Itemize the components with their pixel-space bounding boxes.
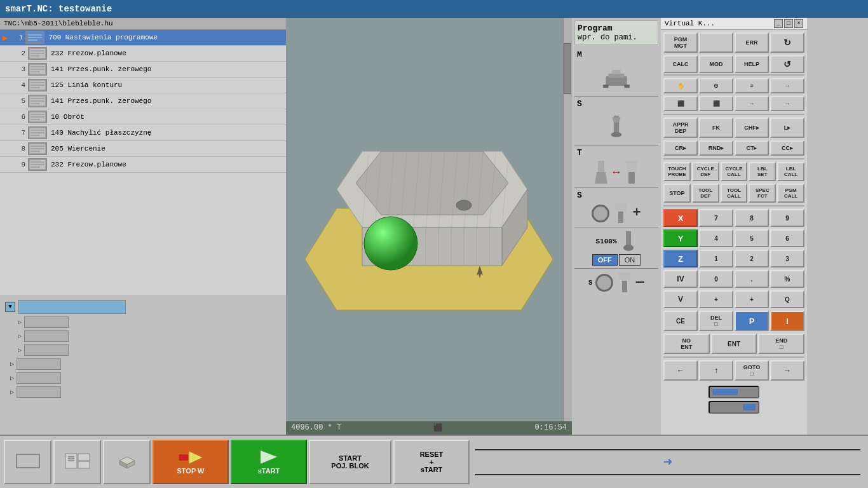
sub-box-6[interactable]	[17, 386, 61, 398]
toolbar-btn-1[interactable]	[4, 440, 51, 484]
list-key[interactable]: ≡	[735, 78, 769, 93]
vkeys-minimize[interactable]: _	[774, 19, 783, 28]
nav-up-key[interactable]: ↑	[699, 360, 733, 381]
program-list-item[interactable]: 5 141 Przes.punk. zerowego	[0, 93, 286, 109]
vkeys-restore[interactable]: □	[784, 19, 793, 28]
cr-key[interactable]: CR▸	[663, 140, 698, 156]
fk-key[interactable]: FK	[699, 118, 733, 138]
sub-box-3[interactable]	[24, 344, 69, 356]
sub-arrow-5: ▷	[10, 374, 14, 382]
err-key[interactable]: ERR	[735, 32, 769, 53]
i-key[interactable]: I	[770, 311, 804, 331]
jstick-2[interactable]	[709, 401, 759, 414]
tool-def-key[interactable]: TOOLDEF	[692, 184, 719, 203]
goto-key[interactable]: GOTO□	[735, 360, 769, 381]
vkeys-num-row5: V + + Q	[661, 289, 807, 309]
cc-key[interactable]: CC▸	[770, 140, 804, 156]
program-list-item[interactable]: 9 232 Frezow.planowe	[0, 157, 286, 173]
num6-key[interactable]: 6	[770, 229, 804, 247]
spec-fct-key[interactable]: SPECFCT	[749, 184, 776, 203]
program-list-item[interactable]: 8 205 Wiercenie	[0, 141, 286, 157]
nav-left-key[interactable]: ←	[663, 360, 698, 381]
off-button[interactable]: OFF	[592, 254, 618, 266]
num1-key[interactable]: 1	[699, 250, 733, 268]
program-list-item[interactable]: 4 125 Linia konturu	[0, 78, 286, 93]
toolbar-btn-2[interactable]	[53, 440, 101, 484]
lbl-call-key[interactable]: LBLCALL	[777, 162, 804, 181]
arrow-r-3-key[interactable]: →	[770, 96, 804, 111]
z-key[interactable]: Z	[663, 250, 698, 268]
num3-key[interactable]: 3	[770, 250, 804, 268]
program-list-item[interactable]: 7 140 Nachylić płaszczyznę	[0, 125, 286, 141]
program-list-item[interactable]: 2 232 Frezow.planowe	[0, 46, 286, 62]
tool-call-key[interactable]: TOOLCALL	[721, 184, 748, 203]
del-key[interactable]: DEL□	[699, 311, 733, 331]
block-key-2[interactable]: ⬛	[699, 96, 733, 111]
sub-box-4[interactable]	[17, 358, 61, 370]
program-list-item[interactable]: ▶ 1 700 Nastawienia programowe	[0, 30, 286, 46]
sub-box-2[interactable]	[24, 330, 69, 342]
toolbar-btn-3[interactable]	[103, 440, 151, 484]
pgm-mgt-key[interactable]: PGMMGT	[663, 32, 698, 53]
program-list-item[interactable]: 3 141 Przes.punk. zerowego	[0, 62, 286, 78]
num8-key[interactable]: 8	[735, 209, 769, 227]
arrow-r-1-key[interactable]: →	[770, 78, 804, 93]
no-ent-key[interactable]: NOENT	[663, 334, 710, 354]
svg-rect-75	[598, 161, 604, 172]
program-list-item[interactable]: 6 10 Obrót	[0, 109, 286, 125]
p-key[interactable]: P	[735, 311, 769, 331]
mod-key[interactable]: MOD	[699, 55, 733, 73]
chf-key[interactable]: CHF▸	[735, 118, 769, 138]
q-key[interactable]: Q	[770, 290, 804, 308]
num0-key[interactable]: 0	[699, 270, 733, 288]
hand-key[interactable]: ✋	[663, 78, 698, 93]
help-key[interactable]: HELP	[735, 55, 769, 73]
x-key[interactable]: X	[663, 209, 698, 227]
num9-key[interactable]: 9	[770, 209, 804, 227]
ent-key[interactable]: ENT	[711, 334, 757, 354]
touch-probe-key[interactable]: TOUCHPROBE	[663, 162, 691, 181]
pgm-call-key[interactable]: PGMCALL	[777, 184, 804, 203]
on-button[interactable]: ON	[619, 254, 641, 266]
plus-key[interactable]: +	[699, 290, 733, 308]
nav-right-key[interactable]: →	[770, 360, 804, 381]
num5-key[interactable]: 5	[735, 229, 769, 247]
dot-key[interactable]: .	[735, 270, 769, 288]
rotate-cw-key[interactable]: ↻	[770, 32, 804, 53]
reset-start-button[interactable]: RESET+sTART	[393, 440, 470, 484]
sub-box-1[interactable]	[24, 316, 69, 328]
appr-dep-key[interactable]: APPRDEP	[663, 118, 698, 138]
l-key[interactable]: L▸	[770, 118, 804, 138]
sub-box-5[interactable]	[17, 372, 61, 384]
blank-key-1[interactable]	[699, 32, 733, 53]
num4-key[interactable]: 4	[699, 229, 733, 247]
end-key[interactable]: END□	[758, 334, 804, 354]
num2-key[interactable]: 2	[735, 250, 769, 268]
sub-main-box[interactable]	[18, 300, 126, 314]
program-label: Program	[578, 24, 655, 33]
circle-key[interactable]: ⊙	[699, 78, 733, 93]
v-key[interactable]: V	[663, 290, 698, 308]
rotate-ccw-key[interactable]: ↺	[770, 55, 804, 73]
jstick-1[interactable]	[709, 386, 759, 398]
rnd-key[interactable]: RND▸	[699, 140, 733, 156]
ce-key[interactable]: CE	[663, 311, 698, 331]
arrow-r-2-key[interactable]: →	[735, 96, 769, 111]
block-key-1[interactable]: ⬛	[663, 96, 698, 111]
start-poj-button[interactable]: STARTPOJ. BLOK	[309, 440, 391, 484]
cycle-call-key[interactable]: CYCLECALL	[721, 162, 748, 181]
stop-w-button[interactable]: STOP W	[153, 440, 229, 484]
plus2-key[interactable]: +	[735, 290, 769, 308]
start-button[interactable]: sTART	[231, 440, 307, 484]
vkeys-close[interactable]: ×	[794, 19, 803, 28]
ct-key[interactable]: CT▸	[735, 140, 769, 156]
lbl-set-key[interactable]: LBLSET	[749, 162, 776, 181]
stop-key[interactable]: STOP	[663, 184, 691, 203]
calc-key[interactable]: CALC	[663, 55, 698, 73]
iv-key[interactable]: IV	[663, 270, 698, 288]
percent-key[interactable]: %	[770, 270, 804, 288]
y-key[interactable]: Y	[663, 229, 698, 247]
s3-section: S —	[574, 271, 658, 294]
cycle-def-key[interactable]: CYCLEDEF	[692, 162, 719, 181]
num7-key[interactable]: 7	[699, 209, 733, 227]
